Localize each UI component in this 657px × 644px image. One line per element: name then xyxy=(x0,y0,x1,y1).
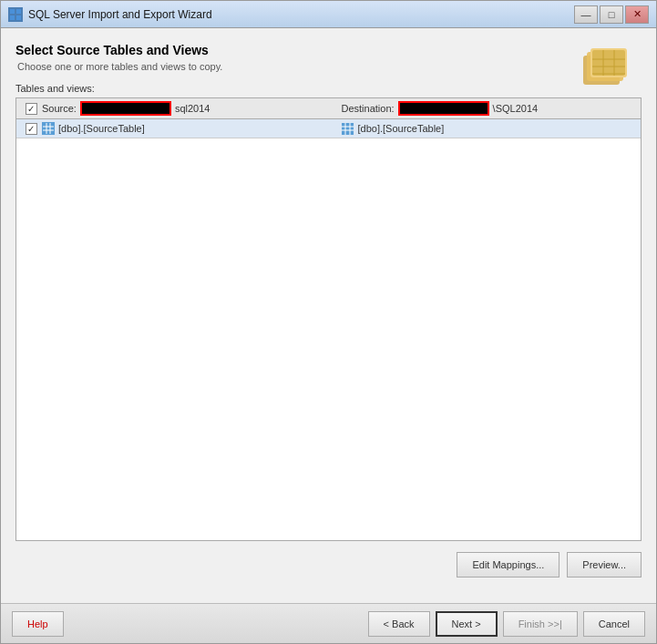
main-window: SQL Server Import and Export Wizard — □ … xyxy=(0,0,657,644)
window-title: SQL Server Import and Export Wizard xyxy=(28,8,212,21)
wizard-icon-area xyxy=(580,43,642,105)
header-area: Select Source Tables and Views Choose on… xyxy=(15,43,642,83)
destination-suffix: \SQL2014 xyxy=(493,103,539,114)
footer-right: < Back Next > Finish >>| Cancel xyxy=(368,611,645,637)
action-buttons: Edit Mappings... Preview... xyxy=(15,552,642,578)
svg-rect-1 xyxy=(16,9,21,14)
maximize-button[interactable]: □ xyxy=(600,5,623,24)
footer-bar: Help < Back Next > Finish >>| Cancel xyxy=(1,603,656,643)
destination-label: Destination: xyxy=(342,103,395,114)
page-subtitle: Choose one or more tables and views to c… xyxy=(15,61,642,72)
table-header-row: ✓ Source: sql2014 Destination: \SQL2014 xyxy=(16,98,641,119)
app-icon xyxy=(8,7,23,22)
tables-body: ✓ [dbo].[SourceTable] xyxy=(16,119,641,540)
source-table-icon xyxy=(42,122,55,135)
footer-left: Help xyxy=(12,611,64,637)
svg-rect-2 xyxy=(10,15,15,20)
source-cell: [dbo].[SourceTable] xyxy=(42,122,342,135)
close-button[interactable]: ✕ xyxy=(625,5,649,24)
tables-label: Tables and views: xyxy=(15,83,642,94)
title-bar: SQL Server Import and Export Wizard — □ … xyxy=(1,1,656,28)
source-table-name: [dbo].[SourceTable] xyxy=(58,123,145,134)
svg-rect-0 xyxy=(10,9,15,14)
svg-rect-7 xyxy=(592,50,625,76)
svg-rect-18 xyxy=(342,123,354,135)
preview-button[interactable]: Preview... xyxy=(567,552,642,578)
back-button[interactable]: < Back xyxy=(368,611,430,637)
row-checkbox-col: ✓ xyxy=(20,123,42,135)
minimize-button[interactable]: — xyxy=(574,5,598,24)
header-checkbox[interactable]: ✓ xyxy=(26,103,37,115)
next-button[interactable]: Next > xyxy=(436,611,498,637)
title-bar-left: SQL Server Import and Export Wizard xyxy=(8,7,212,22)
header-checkbox-col: ✓ xyxy=(20,103,42,115)
source-suffix: sql2014 xyxy=(175,103,210,114)
destination-table-name: [dbo].[SourceTable] xyxy=(358,123,445,134)
finish-button[interactable]: Finish >>| xyxy=(503,611,578,637)
content-area: Select Source Tables and Views Choose on… xyxy=(1,28,656,603)
dest-table-icon xyxy=(342,122,354,135)
title-controls: — □ ✕ xyxy=(574,5,649,24)
page-title: Select Source Tables and Views xyxy=(15,43,642,57)
source-redacted-box xyxy=(80,101,171,116)
cancel-button[interactable]: Cancel xyxy=(583,611,645,637)
tables-panel: ✓ Source: sql2014 Destination: \SQL2014 xyxy=(15,97,642,541)
row-checkbox[interactable]: ✓ xyxy=(26,123,37,135)
svg-rect-13 xyxy=(43,123,54,134)
help-button[interactable]: Help xyxy=(12,611,64,637)
svg-rect-3 xyxy=(16,15,21,20)
destination-cell: [dbo].[SourceTable] xyxy=(342,122,638,135)
source-label: Source: xyxy=(42,103,77,114)
destination-redacted-box xyxy=(398,101,489,116)
edit-mappings-button[interactable]: Edit Mappings... xyxy=(457,552,559,578)
table-row: ✓ [dbo].[SourceTable] xyxy=(16,119,641,138)
source-column-header: Source: sql2014 xyxy=(42,101,342,116)
